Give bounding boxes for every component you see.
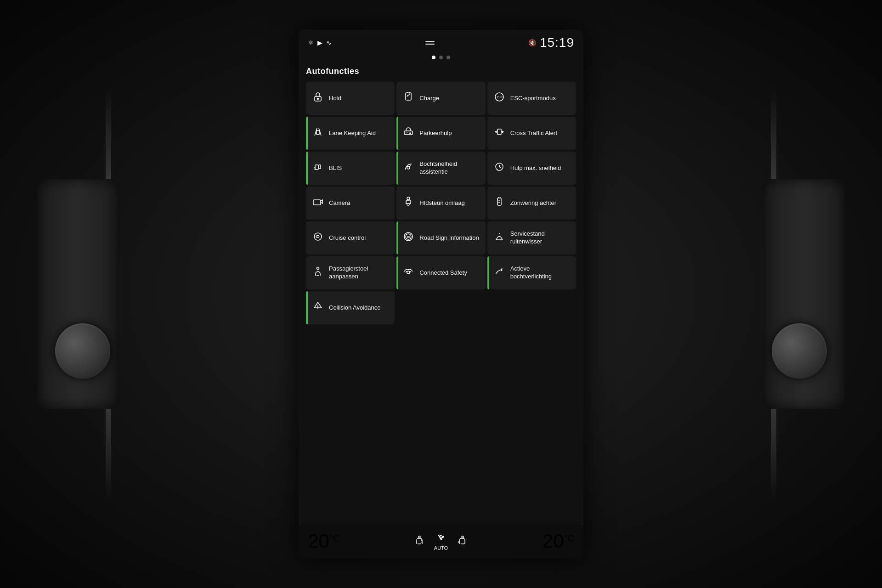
button-hold[interactable]: Hold [306, 82, 395, 115]
button-collision[interactable]: Collision Avoidance [306, 291, 395, 324]
button-hulp-snelheid[interactable]: Hulp max. snelheid [487, 152, 576, 185]
knob-left[interactable] [55, 323, 110, 379]
svg-rect-13 [313, 200, 321, 205]
climate-controls: AUTO [414, 531, 468, 551]
dot-3[interactable] [447, 56, 450, 59]
button-hfdsteun[interactable]: Hfdsteun omlaag [396, 187, 485, 220]
button-camera[interactable]: Camera [306, 187, 395, 220]
lane-keeping-label: Lane Keeping Aid [329, 130, 376, 137]
svg-point-20 [317, 267, 319, 270]
road-sign-icon: 90 [402, 231, 415, 245]
left-temp-value: 20 [308, 531, 329, 551]
ruitenwisser-icon [493, 231, 506, 245]
button-road-sign[interactable]: 90 Road Sign Information [396, 221, 485, 254]
svg-point-14 [407, 197, 410, 200]
time-display: 15:19 [540, 35, 574, 50]
knob-right[interactable] [772, 323, 827, 379]
button-bochtsnelheid[interactable]: Bochtsnelheid assistentie [396, 152, 485, 185]
button-passagierstoel[interactable]: Passagierstoel aanpassen [306, 256, 395, 289]
volume-icon[interactable]: 🔇 [528, 39, 536, 46]
zonwering-label: Zonwering achter [510, 199, 556, 207]
menu-icon[interactable] [425, 41, 435, 45]
svg-rect-5 [317, 130, 319, 135]
collision-icon [311, 301, 324, 315]
auto-label: AUTO [434, 545, 448, 551]
functions-grid: Hold Charge OFF [306, 82, 576, 324]
hfdsteun-label: Hfdsteun omlaag [419, 199, 464, 207]
bochtverlichting-icon [493, 266, 506, 280]
hulp-snelheid-label: Hulp max. snelheid [510, 164, 561, 172]
dot-2[interactable] [439, 56, 443, 59]
connected-safety-icon [402, 266, 415, 280]
charge-icon [402, 91, 415, 105]
button-ruitenwisser[interactable]: Servicestand ruitenwisser [487, 221, 576, 254]
button-bochtverlichting[interactable]: Actieve bochtverlichting [487, 256, 576, 289]
button-blis[interactable]: BLIS [306, 152, 395, 185]
button-zonwering[interactable]: Zonwering achter [487, 187, 576, 220]
bochtsnelheid-icon [402, 161, 415, 175]
dot-1[interactable] [432, 56, 435, 59]
main-screen: ⚛ ▶ ∿ 🔇 15:19 Autofuncties [299, 30, 583, 558]
cruise-control-label: Cruise control [329, 234, 366, 242]
left-temp-display[interactable]: 20 °C [308, 531, 339, 551]
hold-icon [311, 91, 324, 105]
blis-label: BLIS [329, 164, 342, 172]
hfdsteun-icon [402, 196, 415, 210]
svg-rect-15 [498, 198, 501, 205]
page-dots [299, 54, 583, 63]
passagierstoel-label: Passagierstoel aanpassen [329, 265, 389, 281]
svg-rect-8 [498, 129, 501, 135]
charge-label: Charge [419, 95, 439, 102]
esc-label: ESC-sportmodus [510, 95, 556, 102]
svg-rect-10 [319, 165, 321, 169]
parkeerhulp-icon: P [402, 126, 415, 140]
svg-text:P: P [406, 131, 408, 135]
camera-label: Camera [329, 199, 350, 207]
page-title: Autofuncties [306, 63, 576, 82]
connected-safety-label: Connected Safety [419, 269, 467, 277]
zonwering-icon [493, 196, 506, 210]
svg-rect-2 [406, 93, 411, 100]
svg-point-22 [418, 536, 420, 538]
bochtsnelheid-label: Bochtsnelheid assistentie [419, 160, 480, 176]
main-content: Autofuncties Hold [299, 63, 583, 524]
button-charge[interactable]: Charge [396, 82, 485, 115]
seat-heat-left[interactable] [414, 535, 425, 548]
collision-label: Collision Avoidance [329, 304, 381, 312]
esc-icon: OFF [493, 91, 506, 105]
passagierstoel-icon [311, 266, 324, 280]
button-cruise-control[interactable]: Cruise control [306, 221, 395, 254]
road-sign-label: Road Sign Information [419, 234, 479, 242]
hold-label: Hold [329, 95, 341, 102]
svg-point-16 [314, 233, 322, 240]
button-parkeerhulp[interactable]: P Parkeerhulp [396, 117, 485, 150]
cross-traffic-label: Cross Traffic Alert [510, 130, 557, 137]
button-connected-safety[interactable]: Connected Safety [396, 256, 485, 289]
svg-rect-9 [315, 165, 318, 170]
fan-auto-control[interactable]: AUTO [434, 531, 448, 551]
svg-point-24 [462, 536, 464, 538]
right-temp-value: 20 [543, 531, 564, 551]
left-temp-degree: °C [329, 533, 339, 544]
parkeerhulp-label: Parkeerhulp [419, 130, 452, 137]
cross-traffic-icon [493, 126, 506, 140]
lane-keeping-icon [311, 126, 324, 140]
hulp-snelheid-icon [493, 161, 506, 175]
cruise-control-icon [311, 231, 324, 245]
climate-bar: 20 °C AUTO [299, 524, 583, 558]
bluetooth-icon: ⚛ [308, 39, 314, 46]
camera-icon [311, 196, 324, 210]
svg-text:90: 90 [407, 236, 410, 238]
button-cross-traffic[interactable]: Cross Traffic Alert [487, 117, 576, 150]
right-temp-display[interactable]: 20 °C [543, 531, 574, 551]
button-esc[interactable]: OFF ESC-sportmodus [487, 82, 576, 115]
svg-point-1 [317, 98, 319, 100]
button-lane-keeping[interactable]: Lane Keeping Aid [306, 117, 395, 150]
status-bar: ⚛ ▶ ∿ 🔇 15:19 [299, 30, 583, 54]
seat-adjust-right[interactable] [457, 535, 468, 548]
navigation-icon: ▶ [317, 39, 322, 46]
blis-icon [311, 161, 324, 175]
ruitenwisser-label: Servicestand ruitenwisser [510, 230, 571, 246]
wifi-icon: ∿ [326, 39, 332, 46]
svg-text:OFF: OFF [497, 96, 503, 99]
